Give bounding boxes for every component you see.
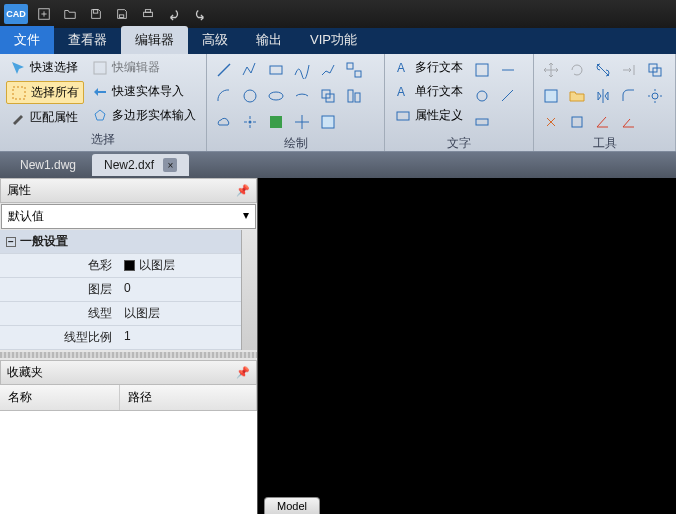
move-icon[interactable] [540, 59, 562, 81]
collapse-icon[interactable]: − [6, 237, 16, 247]
saveas-icon[interactable] [112, 4, 132, 24]
fillet-icon[interactable] [618, 85, 640, 107]
undo-icon[interactable] [164, 4, 184, 24]
tool-icon[interactable] [471, 85, 493, 107]
settings-icon[interactable] [644, 85, 666, 107]
print-icon[interactable] [138, 4, 158, 24]
path-icon[interactable] [317, 59, 339, 81]
property-group-header[interactable]: −一般设置 [0, 230, 241, 254]
menu-edit[interactable]: 编辑器 [121, 26, 188, 54]
menu-view[interactable]: 查看器 [54, 26, 121, 54]
spline-icon[interactable] [291, 59, 313, 81]
tool-icon[interactable] [471, 59, 493, 81]
svg-rect-8 [347, 63, 353, 69]
svg-rect-21 [397, 112, 409, 120]
angle-icon[interactable] [592, 111, 614, 133]
svg-rect-4 [145, 10, 150, 13]
group-icon[interactable] [343, 59, 365, 81]
new-icon[interactable] [34, 4, 54, 24]
tool-icon[interactable] [471, 111, 493, 133]
match-properties-button[interactable]: 匹配属性 [6, 107, 84, 128]
rotate-icon[interactable] [566, 59, 588, 81]
work-area: 属性 📌 默认值 ▾ −一般设置 色彩 以图层 图层 0 线型 [0, 178, 676, 514]
explode-icon[interactable] [540, 111, 562, 133]
hatch-icon[interactable] [265, 111, 287, 133]
line-icon[interactable] [213, 59, 235, 81]
attdef-button[interactable]: 属性定义 [391, 105, 467, 126]
ellipse-arc-icon[interactable] [291, 85, 313, 107]
svg-rect-17 [270, 116, 282, 128]
file-tab[interactable]: New1.dwg [8, 154, 88, 176]
svg-rect-15 [355, 93, 360, 102]
construction-icon[interactable] [291, 111, 313, 133]
ribbon: 快速选择 选择所有 匹配属性 快编辑器 快速实体导入 多边形实体输入 选择 [0, 54, 676, 152]
prop-value[interactable]: 1 [118, 326, 241, 349]
mtext-button[interactable]: A多行文本 [391, 57, 467, 78]
prop-value[interactable]: 以图层 [118, 302, 241, 325]
arc-icon[interactable] [213, 85, 235, 107]
ribbon-group-select: 快速选择 选择所有 匹配属性 快编辑器 快速实体导入 多边形实体输入 选择 [0, 54, 207, 151]
property-row-layer[interactable]: 图层 0 [0, 278, 241, 302]
col-path[interactable]: 路径 [120, 385, 257, 410]
point-icon[interactable] [239, 111, 261, 133]
quick-select-button[interactable]: 快速选择 [6, 57, 84, 78]
offset-rect-icon[interactable] [317, 85, 339, 107]
open-icon[interactable] [60, 4, 80, 24]
group-label: 文字 [391, 133, 527, 152]
quick-editor-button[interactable]: 快编辑器 [88, 57, 200, 78]
app-logo: CAD [4, 4, 28, 24]
menu-advanced[interactable]: 高级 [188, 26, 242, 54]
pin-icon[interactable]: 📌 [236, 184, 250, 197]
property-row-linetype[interactable]: 线型 以图层 [0, 302, 241, 326]
region-icon[interactable] [317, 111, 339, 133]
model-tab[interactable]: Model [264, 497, 320, 514]
favorites-columns: 名称 路径 [0, 385, 257, 411]
label: 多行文本 [415, 59, 463, 76]
extend-icon[interactable] [618, 59, 640, 81]
save-cloud-icon[interactable] [540, 85, 562, 107]
group-label: 工具 [540, 133, 669, 152]
prop-value[interactable]: 0 [118, 278, 241, 301]
menu-output[interactable]: 输出 [242, 26, 296, 54]
drawing-canvas[interactable]: Model [258, 178, 676, 514]
box-icon[interactable] [566, 111, 588, 133]
label: 属性定义 [415, 107, 463, 124]
property-row-color[interactable]: 色彩 以图层 [0, 254, 241, 278]
select-all-button[interactable]: 选择所有 [6, 81, 84, 104]
properties-selector[interactable]: 默认值 ▾ [1, 204, 256, 229]
svg-rect-24 [476, 119, 488, 125]
menu-file[interactable]: 文件 [0, 26, 54, 54]
polyline-icon[interactable] [239, 59, 261, 81]
rect-icon[interactable] [265, 59, 287, 81]
trim-icon[interactable] [592, 59, 614, 81]
tool-icon[interactable] [497, 59, 519, 81]
property-row-ltscale[interactable]: 线型比例 1 [0, 326, 241, 350]
col-name[interactable]: 名称 [0, 385, 120, 410]
save-icon[interactable] [86, 4, 106, 24]
prop-key: 线型比例 [0, 326, 118, 349]
svg-rect-5 [13, 87, 25, 99]
stext-button[interactable]: A单行文本 [391, 81, 467, 102]
pin-icon[interactable]: 📌 [236, 366, 250, 379]
folder-icon[interactable] [566, 85, 588, 107]
circle-icon[interactable] [239, 85, 261, 107]
align-icon[interactable] [343, 85, 365, 107]
splitter[interactable] [0, 352, 257, 358]
copy-icon[interactable] [644, 59, 666, 81]
scrollbar[interactable] [241, 230, 257, 350]
prop-value[interactable]: 以图层 [118, 254, 241, 277]
close-icon[interactable]: × [163, 158, 177, 172]
menu-vip[interactable]: VIP功能 [296, 26, 371, 54]
polygon-input-button[interactable]: 多边形实体输入 [88, 105, 200, 126]
entity-import-button[interactable]: 快速实体导入 [88, 81, 200, 102]
ellipse-icon[interactable] [265, 85, 287, 107]
label: 选择所有 [31, 84, 79, 101]
redo-icon[interactable] [190, 4, 210, 24]
mirror-icon[interactable] [592, 85, 614, 107]
label: 快速实体导入 [112, 83, 184, 100]
cloud-icon[interactable] [213, 111, 235, 133]
angle2-icon[interactable] [618, 111, 640, 133]
file-tab-active[interactable]: New2.dxf × [92, 154, 189, 177]
svg-text:A: A [397, 85, 405, 99]
tool-icon[interactable] [497, 85, 519, 107]
